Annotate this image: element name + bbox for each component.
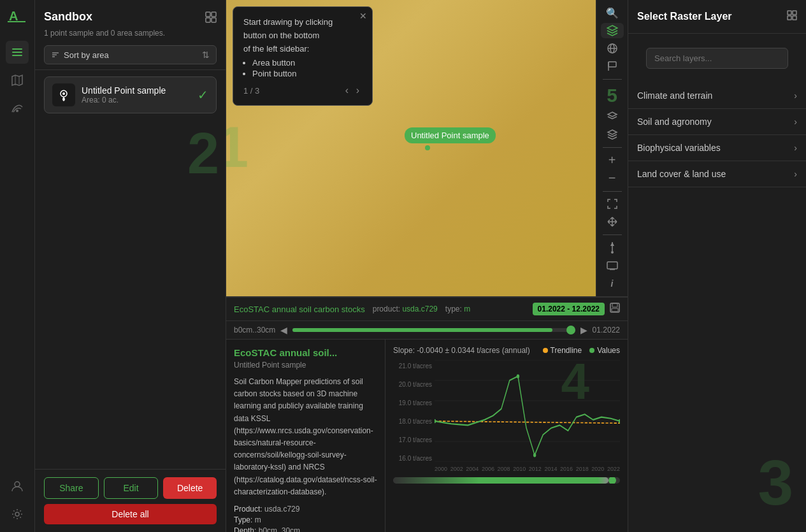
chart-container: 21.0 t/acres 20.0 t/acres 19.0 t/acres 1… [393, 360, 620, 475]
save-icon[interactable] [610, 303, 620, 315]
layers-button[interactable] [601, 23, 624, 38]
x-label-2006: 2006 [482, 466, 494, 472]
svg-line-36 [435, 421, 620, 423]
expand-icon[interactable] [205, 11, 217, 23]
chart-scrubber-fill [393, 477, 608, 484]
timeline-fill [292, 328, 552, 332]
tooltip-close-icon[interactable]: ✕ [359, 11, 367, 21]
sidebar-icon-map[interactable] [6, 69, 29, 92]
x-label-2012: 2012 [529, 466, 542, 472]
right-panel: Select Raster Layer Climate and terrain … [628, 0, 806, 532]
tooltip-page: 1 / 3 [243, 86, 259, 96]
north-button[interactable] [601, 240, 624, 255]
right-panel-title: Select Raster Layer [637, 11, 732, 22]
x-label-2010: 2010 [513, 466, 526, 472]
large-number-5-container: 5 [607, 85, 617, 106]
category-climate[interactable]: Climate and terrain › [628, 83, 806, 109]
sidebar-icon-user[interactable] [6, 475, 29, 498]
category-soil[interactable]: Soil and agronomy › [628, 109, 806, 135]
category-biophysical-label: Biophysical variables [637, 143, 721, 153]
map-tooltip: ✕ Start drawing by clickingbutton on the… [233, 6, 373, 106]
toolbar-separator-3 [603, 191, 622, 192]
left-sidebar: A [0, 0, 35, 532]
timeline-track[interactable] [292, 328, 575, 332]
sort-label: Sort by area [51, 50, 109, 60]
timeline-handle[interactable] [566, 326, 575, 334]
svg-rect-25 [607, 262, 617, 269]
info-button[interactable]: i [601, 276, 624, 291]
timeline-row: b0cm..30cm ◀ ▶ 01.2022 [226, 321, 628, 340]
y-label-1: 21.0 t/acres [393, 363, 432, 370]
svg-point-18 [62, 92, 65, 95]
svg-rect-2 [12, 48, 22, 50]
tooltip-next-button[interactable]: › [354, 85, 362, 96]
legend-values: Values [589, 346, 620, 355]
tooltip-list: Area button Point button [252, 58, 362, 78]
x-label-2004: 2004 [466, 466, 479, 472]
category-biophysical[interactable]: Biophysical variables › [628, 135, 806, 161]
large-number-5: 5 [607, 85, 617, 106]
chart-scrubber-handle[interactable] [608, 477, 616, 484]
timeline-next-button[interactable]: ▶ [580, 325, 587, 335]
zoom-out-button[interactable]: − [601, 171, 624, 186]
svg-rect-43 [788, 16, 791, 20]
delete-all-button[interactable]: Delete all [44, 504, 217, 524]
svg-rect-10 [206, 12, 210, 17]
screen-button[interactable] [601, 258, 624, 273]
data-content: EcoSTAC annual soil... Untitled Point sa… [226, 340, 628, 532]
zoom-search-button[interactable]: 🔍 [601, 5, 624, 20]
map-point-label[interactable]: Untitled Point sample [405, 127, 496, 143]
sample-item[interactable]: Untitled Point sample Area: 0 ac. ✓ [44, 76, 217, 113]
chart-scrubber [393, 477, 620, 484]
x-label-2002: 2002 [450, 466, 463, 472]
delete-button[interactable]: Delete [163, 477, 217, 499]
layers2-button[interactable] [601, 127, 624, 142]
svg-point-8 [15, 482, 20, 487]
svg-rect-28 [612, 303, 617, 307]
data-info-subtitle: Untitled Point sample [234, 361, 377, 370]
stack-layers-button[interactable] [601, 109, 624, 124]
svg-text:A: A [9, 9, 18, 23]
chart-svg [435, 360, 620, 462]
trendline-dot [543, 348, 548, 353]
svg-rect-41 [788, 11, 791, 15]
map-container: ✕ Start drawing by clickingbutton on the… [226, 0, 628, 296]
right-panel-expand-icon[interactable] [787, 10, 797, 23]
x-label-2014: 2014 [544, 466, 557, 472]
sample-list: 2 Untitled Point sample Area: 0 ac. ✓ [35, 70, 226, 120]
sidebar-icon-settings[interactable] [6, 503, 29, 526]
search-layers-input[interactable] [646, 48, 788, 69]
toolbar-separator-1 [603, 79, 622, 80]
sidebar-icon-layers[interactable] [6, 41, 29, 64]
sort-control[interactable]: Sort by area ⇅ [44, 45, 217, 64]
move-button[interactable] [601, 214, 624, 229]
sample-info: Untitled Point sample Area: 0 ac. [82, 85, 191, 104]
chart-scrubber-track[interactable] [393, 477, 620, 484]
fullscreen-button[interactable] [601, 196, 624, 212]
toolbar-separator-2 [603, 147, 622, 148]
sidebar-icon-signal[interactable] [6, 97, 29, 120]
chart-svg-wrapper: 2000 2002 2004 2006 2008 2010 2012 2014 … [435, 360, 620, 475]
svg-rect-13 [212, 18, 216, 22]
tooltip-prev-button[interactable]: ‹ [343, 85, 351, 96]
type-meta: Type: m [234, 515, 377, 524]
chart-header: Slope: -0.0040 ± 0.0344 t/acres (annual)… [393, 346, 620, 355]
zoom-in-button[interactable]: + [601, 153, 624, 168]
edit-button[interactable]: Edit [104, 477, 159, 499]
share-button[interactable]: Share [44, 477, 99, 499]
x-label-2020: 2020 [591, 466, 604, 472]
logo[interactable]: A [8, 6, 27, 29]
globe-button[interactable] [601, 41, 624, 56]
timeline-end: 01.2022 [593, 326, 620, 334]
timeline-prev-button[interactable]: ◀ [280, 325, 287, 335]
flag-button[interactable] [601, 59, 624, 74]
depth-meta: Depth: b0cm..30cm [234, 526, 377, 532]
sample-name: Untitled Point sample [82, 85, 191, 96]
sandbox-count: 1 point sample and 0 area samples. [44, 29, 217, 38]
values-dot [589, 348, 594, 353]
chart-y-axis: 21.0 t/acres 20.0 t/acres 19.0 t/acres 1… [393, 360, 435, 475]
svg-point-40 [619, 419, 620, 423]
category-landcover[interactable]: Land cover & land use › [628, 161, 806, 187]
toolbar-separator-4 [603, 234, 622, 235]
sandbox-title-row: Sandbox [44, 10, 217, 24]
